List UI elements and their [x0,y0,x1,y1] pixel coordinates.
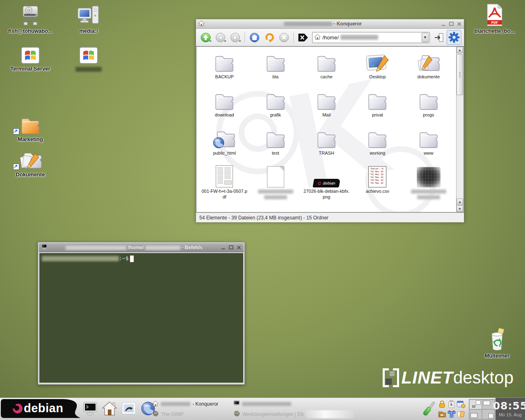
taskbar-task[interactable]: The GIMP [151,409,232,419]
terminal-screen[interactable]: :~$ [39,253,244,383]
file-item[interactable]: Mail [301,87,352,126]
file-label: achievo.csv [366,188,389,194]
file-label: working [370,150,385,156]
close-button[interactable] [457,21,462,27]
forward-button[interactable] [228,30,242,44]
vertical-scrollbar[interactable]: ▲ ▲ ▼ [456,47,463,212]
scroll-down-button[interactable]: ▼ [457,205,463,212]
file-label: Mail [322,112,331,118]
desktop-icon-blanchette-bo-[interactable]: PDFblanchette_bo... [467,3,523,34]
reload-button[interactable] [262,30,276,44]
maximize-button[interactable] [449,21,454,27]
file-item[interactable]: dokumente [403,49,454,87]
home-house-launcher-button[interactable] [101,400,118,417]
desktop-icon-label [61,66,116,72]
svg-text:k: k [450,402,453,407]
konsole-titlebar[interactable]: /home/ - Befehls [39,243,244,252]
panel-clock[interactable]: 08:55 Mo 15. Aug [495,398,525,420]
file-item[interactable] [250,164,301,202]
home-small-icon [152,400,159,408]
desktop-icon-dokumente[interactable]: Dokumente [2,147,58,178]
go-button[interactable] [432,30,446,44]
network-drive-icon [2,3,58,27]
konqueror-titlebar[interactable]: - Konqueror [196,19,464,29]
shortcut-arrow-icon [13,164,19,170]
redacted-fade [306,410,354,418]
file-label: dokumente [418,74,440,80]
konsole-launcher-button[interactable] [82,400,98,417]
debian-start-button[interactable]: debian [0,398,82,419]
file-item[interactable]: Desktop [352,49,403,87]
folder-icon [213,49,235,73]
file-item[interactable] [403,164,454,202]
computer-icon [61,3,116,27]
konqueror-statusbar: 54 Elemente - 39 Dateien (23,4 MB insges… [196,212,464,222]
file-item[interactable]: BACKUP [199,49,250,87]
taskbar-task[interactable]: - Konqueror [151,399,232,409]
file-item[interactable]: debian27026-blk-debian-kbfx.png [301,164,352,202]
folder-icon [213,87,235,111]
desktop-icon-terminal-server[interactable]: Terminal Server [2,41,58,72]
folder-web-icon [212,126,236,149]
konqueror-toolbar: /home/ ▼ [196,29,464,46]
pdf-file-icon: PDF [467,3,523,27]
file-item[interactable]: "Datum";"B "02 Mai 20 "02 Mai 20 "02 Mai… [352,164,403,202]
file-item[interactable]: 001-FW-h+t-3a-0507.pdf [199,164,250,202]
file-item[interactable]: grafik [250,87,301,126]
file-item[interactable]: cache [301,49,352,87]
desktop-icon-label: Terminal Server [2,66,58,72]
stop-button[interactable] [277,30,291,44]
calendar-tray-icon[interactable] [456,399,466,409]
scroll-up-button-bottom[interactable]: ▲ [457,199,463,205]
konsole-window: /home/ - Befehls :~$ [38,242,245,385]
desktop-icon-marketing[interactable]: Marketing [2,112,58,142]
location-path-redacted [340,35,378,40]
file-item[interactable]: progs [403,87,454,126]
file-label: test [272,150,279,156]
up-button[interactable] [199,30,212,44]
cards-tray-icon[interactable] [456,409,466,419]
konqueror-file-view: K BACKUPblacacheDesktopdokumentedownload… [196,46,464,212]
pager-desktop-3[interactable] [469,409,482,419]
kde-gear-button[interactable] [447,30,461,45]
desktop-pager[interactable] [469,399,495,420]
klipper-tray-icon[interactable]: k [447,399,456,409]
minimize-button[interactable] [221,245,226,250]
mail-stamp-launcher-button[interactable] [121,400,137,417]
file-label: privat [372,112,383,118]
pager-desktop-1[interactable] [469,399,482,409]
clear-location-button[interactable] [296,30,310,44]
debian-image-icon: debian [313,164,340,187]
desktop-icon-label: fish@tohuwabo... [2,28,58,34]
network-tray-icon[interactable] [447,409,456,419]
file-item[interactable]: TRASH [301,126,352,164]
screwdriver-tool-icon[interactable] [419,399,438,420]
maximize-button[interactable] [228,245,234,250]
lock-tray-icon[interactable] [437,399,447,409]
location-bar-input[interactable]: /home/ ▼ [312,32,430,43]
file-item[interactable]: test [250,126,301,164]
file-item[interactable]: download [199,87,250,126]
desktop-icon-redacted[interactable] [61,41,116,72]
scrollbar-thumb[interactable] [457,54,463,95]
windows-app-icon [61,41,116,65]
taskbar-task[interactable] [232,399,359,409]
file-item[interactable]: working [352,126,403,164]
desktop-icon-fish-tohuwabo-[interactable]: fish@tohuwabo... [2,3,58,34]
task-label: The GIMP [161,411,184,417]
scroll-up-button[interactable]: ▲ [457,47,463,53]
desktop-icon-media-[interactable]: media:/ [61,3,116,34]
file-item[interactable]: bla [250,49,301,87]
redacted-text [258,189,293,194]
file-item[interactable]: public_html [199,126,250,164]
location-dropdown-button[interactable]: ▼ [422,33,429,42]
wallet-tray-icon[interactable] [437,409,447,419]
desktop-icon-m-lleimer[interactable]: Mülleimer [469,328,525,359]
file-item[interactable]: www [403,126,454,164]
file-item[interactable]: privat [352,87,403,126]
minimize-button[interactable] [441,21,446,27]
close-button[interactable] [236,245,242,250]
taskbar-task[interactable]: Werkzeugeinstellungen | Eb [232,409,359,419]
home-button[interactable] [247,30,261,44]
back-button[interactable] [213,30,227,44]
